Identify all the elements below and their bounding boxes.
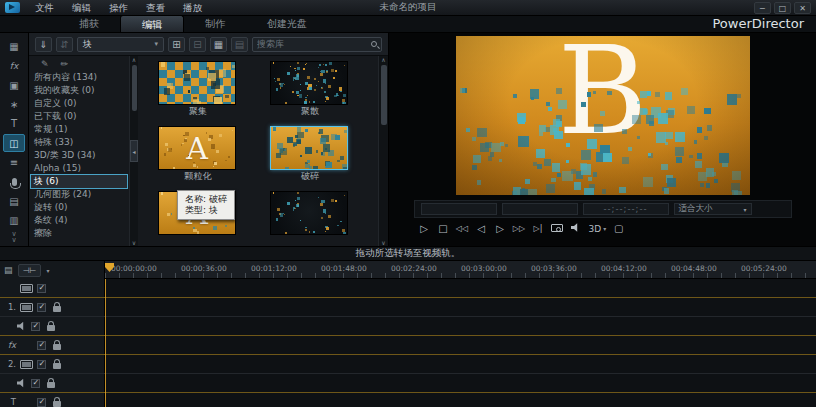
title-room-icon[interactable]: T	[3, 115, 25, 133]
scroll-down-icon[interactable]: ∨	[381, 239, 385, 246]
position-field[interactable]	[502, 203, 578, 215]
category-item-custom[interactable]: 自定义 (0)	[31, 97, 127, 110]
snapshot-button[interactable]	[551, 223, 564, 234]
close-button[interactable]: ✕	[794, 2, 811, 14]
step-backward-button[interactable]: ◁	[475, 223, 488, 234]
transition-room-icon[interactable]: ◫	[3, 134, 25, 152]
menu-edit[interactable]: 编辑	[63, 0, 100, 16]
category-item-wipe[interactable]: 擦除	[31, 227, 127, 240]
category-item-rotate[interactable]: 旋转 (0)	[31, 201, 127, 214]
category-item-all[interactable]: 所有内容 (134)	[31, 71, 127, 84]
fullscreen-button[interactable]: ▢	[612, 223, 625, 234]
import-media-button[interactable]: ⇓	[35, 37, 52, 52]
track-enable-checkbox[interactable]	[31, 322, 40, 331]
transition-thumbnail-granulate[interactable]: A 颗粒化	[158, 126, 238, 182]
tab-create-disc[interactable]: 创建光盘	[246, 15, 328, 32]
menu-view[interactable]: 查看	[137, 0, 174, 16]
track-lane[interactable]	[105, 279, 816, 297]
remove-button[interactable]: ⊟	[189, 37, 206, 52]
tab-capture[interactable]: 捕获	[58, 15, 120, 32]
effect-room-icon[interactable]: fx	[3, 56, 25, 74]
category-item-stripe[interactable]: 条纹 (4)	[31, 214, 127, 227]
tab-edit[interactable]: 编辑	[120, 15, 184, 32]
lock-icon[interactable]	[53, 344, 61, 350]
track-lane[interactable]	[105, 393, 816, 407]
transition-thumbnail-shatter-selected[interactable]: 破碎	[270, 126, 350, 182]
new-folder-button[interactable]: ⊞	[168, 37, 185, 52]
lock-icon[interactable]	[53, 306, 61, 312]
duration-field[interactable]	[421, 203, 497, 215]
track-enable-checkbox[interactable]	[37, 360, 46, 369]
play-button[interactable]: ▷	[418, 223, 431, 234]
next-button[interactable]: ▷|	[532, 224, 545, 233]
category-item-special[interactable]: 特殊 (33)	[31, 136, 127, 149]
rooms-scroll-down[interactable]: ∨ ∨	[11, 231, 16, 243]
media-room-icon[interactable]: ▦	[3, 37, 25, 55]
stop-button[interactable]: □	[437, 223, 450, 234]
search-input[interactable]	[257, 39, 371, 49]
preview-screen[interactable]: B	[456, 36, 750, 195]
category-item-geometry[interactable]: 几何图形 (24)	[31, 188, 127, 201]
lock-icon[interactable]	[47, 325, 55, 331]
list-view-button[interactable]: ▤	[231, 37, 248, 52]
minimize-button[interactable]: ─	[754, 2, 771, 14]
track-enable-checkbox[interactable]	[37, 303, 46, 312]
track-manager-button[interactable]: ▤	[4, 265, 13, 275]
timeline-ruler[interactable]: 00:00:00:00 00:00:36:00 00:01:12:00 00:0…	[105, 261, 816, 279]
menu-file[interactable]: 文件	[26, 0, 63, 16]
category-item-3d[interactable]: 3D/类 3D (34)	[31, 149, 127, 162]
track-enable-checkbox[interactable]	[37, 398, 46, 407]
scrollbar-thumb[interactable]	[132, 65, 137, 111]
transition-thumbnail-gather[interactable]: 聚集	[158, 61, 238, 117]
previous-button[interactable]: ◁◁	[456, 224, 469, 233]
scrollbar-thumb[interactable]	[381, 65, 387, 125]
particle-room-icon[interactable]: ∗	[3, 95, 25, 113]
tab-produce[interactable]: 制作	[184, 15, 246, 32]
sort-button[interactable]: ⇵	[56, 37, 73, 52]
category-item-block[interactable]: 块 (6)	[31, 175, 127, 188]
track-enable-checkbox[interactable]	[37, 284, 46, 293]
voiceover-room-icon[interactable]	[3, 173, 25, 191]
3d-toggle-button[interactable]: 3D ▾	[589, 224, 607, 234]
scroll-up-icon[interactable]: ∧	[132, 56, 136, 63]
grid-view-button[interactable]: ▦	[210, 37, 227, 52]
transition-thumbnail-partial[interactable]	[270, 191, 350, 246]
menu-play[interactable]: 播放	[174, 0, 211, 16]
lock-icon[interactable]	[47, 382, 55, 388]
library-scrollbar[interactable]: ∧ ∨	[378, 56, 388, 246]
step-forward-button[interactable]: ▷	[494, 223, 507, 234]
library-search-box[interactable]	[252, 37, 382, 52]
fast-forward-button[interactable]: ▷▷	[513, 224, 526, 233]
fit-timeline-button[interactable]: ⊣⊢	[18, 264, 42, 277]
track-lane[interactable]	[105, 298, 816, 316]
pip-object-room-icon[interactable]: ▣	[3, 76, 25, 94]
scroll-up-icon[interactable]: ∧	[381, 56, 385, 63]
maximize-button[interactable]: □	[774, 2, 791, 14]
track-lane[interactable]	[105, 336, 816, 354]
collapse-panel-handle[interactable]: ◂	[130, 140, 138, 162]
track-lane[interactable]	[105, 317, 816, 335]
track-enable-checkbox[interactable]	[37, 341, 46, 350]
audio-mixing-room-icon[interactable]: ≡	[3, 153, 25, 171]
pen-icon[interactable]: ✎	[41, 59, 49, 69]
volume-button[interactable]	[570, 223, 583, 234]
search-icon[interactable]	[371, 41, 377, 47]
category-item-alpha[interactable]: Alpha (15)	[31, 162, 127, 175]
transition-thumbnail-scatter[interactable]: 聚散	[270, 61, 350, 117]
menu-operation[interactable]: 操作	[100, 0, 137, 16]
timecode-field[interactable]: --;--;--;--	[583, 203, 669, 215]
lock-icon[interactable]	[53, 401, 61, 407]
chapter-room-icon[interactable]: ▤	[3, 192, 25, 210]
fit-size-dropdown[interactable]: 适合大小 ▾	[674, 203, 752, 215]
scroll-down-icon[interactable]: ∨	[132, 239, 136, 246]
category-item-general[interactable]: 常规 (1)	[31, 123, 127, 136]
track-lane[interactable]	[105, 355, 816, 373]
category-dropdown[interactable]: 块 ▾	[77, 37, 164, 52]
brush-icon[interactable]: ✏	[61, 59, 69, 69]
subtitle-room-icon[interactable]: ▥	[3, 212, 25, 230]
playhead-line[interactable]	[105, 279, 106, 407]
category-item-downloaded[interactable]: 已下载 (0)	[31, 110, 127, 123]
category-item-favorites[interactable]: 我的收藏夹 (0)	[31, 84, 127, 97]
track-enable-checkbox[interactable]	[31, 379, 40, 388]
chevron-down-icon[interactable]: ▾	[46, 267, 49, 274]
